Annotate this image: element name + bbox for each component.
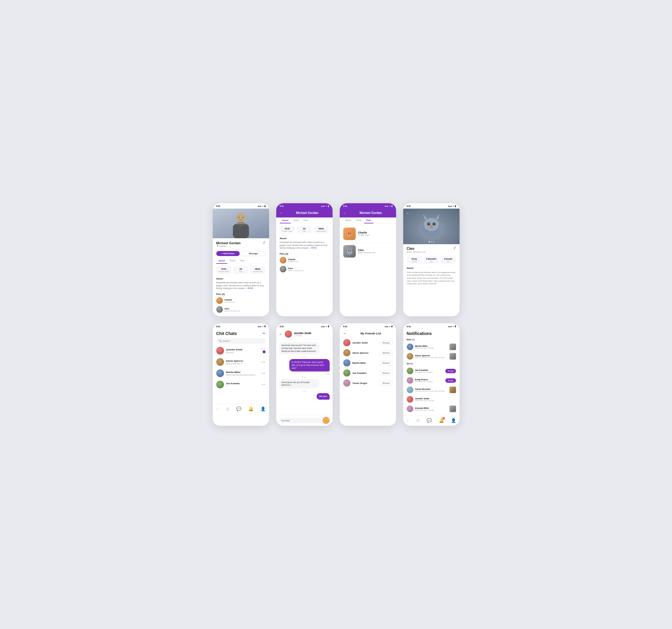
svg-marker-21 [423,214,427,220]
edit-icon[interactable]: ✏ [263,332,266,336]
friend-avatar-jan [343,369,351,377]
friend-avatar-alison [343,349,351,356]
chat-contact-time: 1 min Ago [294,335,312,336]
status-bar-5: 9:41 ●●●≈▮ [213,323,269,329]
svg-point-17 [348,250,349,251]
status-bar-4: 9:41 ●●●≈▮ [403,203,460,209]
tab2-pets[interactable]: Pets [301,217,310,223]
svg-point-2 [244,215,246,218]
tab2-about[interactable]: About [280,217,291,223]
back-arrow-7[interactable]: ← [343,331,347,335]
friend-jan: Jan Kowalksi Remove [340,368,396,378]
pet-name-cleo: Cleo [407,246,456,251]
status-bar-8: 9:41 ●●●≈▮ [403,323,460,329]
pets-title-1: Pets (3) [213,292,269,296]
back-arrow-4[interactable]: ← [406,211,410,215]
nav8-chat[interactable]: 💬 [427,418,432,423]
tab3-pets[interactable]: Pets [364,217,374,223]
notifications-title: Notifications [403,329,460,337]
nav-grid[interactable]: ⊞ [226,407,229,411]
svg-point-18 [350,250,351,251]
remove-alison[interactable]: Remove [380,351,392,355]
nav-bell[interactable]: 🔔 [248,407,254,411]
avatar-alison [216,358,224,366]
pet-hero-image: ← [403,209,460,244]
back-arrow-6[interactable]: ← [279,332,283,336]
nav-person[interactable]: 👤 [261,407,266,411]
profile-name: Michael Gordan [216,241,266,245]
pet-item-cleo-2[interactable]: Cleo British Shorthar Cat [276,265,333,273]
nav-home[interactable]: ⌂ [216,407,218,411]
friend-name-martha: Martha Miller [353,362,378,364]
nav8-bell[interactable]: 🔔 2 [439,418,444,423]
back-arrow-3[interactable]: ← [343,211,347,215]
chat-item-martha[interactable]: Martha Miller Seems like they are good f… [213,368,269,379]
svg-marker-22 [435,214,440,220]
more-link-2[interactable]: MORE [311,247,317,249]
stat-postal: 3131 Postal Code [216,266,232,274]
about-text-1: Passionate pet enthusiast with a heart a… [213,281,269,292]
tab-about[interactable]: About [216,258,227,264]
unread-badge [263,350,266,353]
pet-item-charlie-2[interactable]: Charlie Scottish Fold [276,256,333,265]
send-button[interactable]: 😊 [322,417,330,424]
remove-jan[interactable]: Remove [380,371,392,375]
remove-jennifer[interactable]: Remove [380,341,392,345]
accept-emily-button[interactable]: Accept [445,378,456,383]
nav8-person[interactable]: 👤 [451,418,456,423]
friend-name-jan: Jan Kowalksi [353,372,378,374]
accept-jan-button[interactable]: Accept [445,369,456,373]
search-input[interactable] [223,340,263,342]
chat-item-jennifer[interactable]: Jennifer Smith See you! 10:25 [213,345,269,356]
tab3-about[interactable]: About [343,217,354,223]
pet-card-charlie[interactable]: Charlie Scottish Fold › [340,225,396,243]
pet-card-cleo[interactable]: Cleo British Shorthair Cat › [340,243,396,260]
message-input[interactable] [279,418,321,423]
search-icon: 🔍 [219,340,222,342]
svg-marker-15 [347,247,348,249]
avatar-jennifer [216,347,224,355]
chat-item-jan[interactable]: Jan Kowiski J 10:35 [213,379,269,390]
remove-martha[interactable]: Remove [380,361,392,365]
notif-thumb-2 [450,353,456,360]
back-arrow-2[interactable]: ← [280,211,283,215]
notif-all-label: All (4) [403,361,460,366]
pet-item-charlie[interactable]: Charlie Scottish Fold [213,296,269,305]
svg-point-3 [238,217,239,218]
screen-2-profile-header: 9:41 ●●●≈▮ ← Michael Gordan About Posts … [276,203,333,316]
search-bar[interactable]: 🔍 [216,338,266,344]
add-friend-button[interactable]: + Add Friend [216,251,240,256]
tab3-posts[interactable]: Posts [354,217,364,223]
screen-4-pet-detail: 9:41 ●●●≈▮ [403,203,460,316]
remove-tomas[interactable]: Remove [380,381,392,385]
nav8-grid[interactable]: ⊞ [416,418,420,423]
profile-photo-1 [213,209,269,238]
profile-tabs-3: About Posts Pets [340,217,396,223]
pet-item-cleo[interactable]: Cleo British Shorthar Cat [213,305,269,314]
pet-avatar-cleo [216,306,223,313]
screen-3-pets-tab: 9:41 ●●●≈▮ ← Michael Gordan About Posts … [340,203,396,316]
nav8-home[interactable]: ⌂ [406,418,409,423]
avatar-martha [216,369,224,377]
stat-age: 32 Age [233,266,248,274]
status-bar-7: 9:41 ●●●≈▮ [340,323,396,329]
purple-header-2: ← Michael Gordan [276,209,333,217]
svg-point-25 [428,223,430,224]
friend-avatar-tomas [343,380,351,387]
tab2-posts[interactable]: Posts [291,217,301,223]
chat-item-alison[interactable]: Alison Spencer What a cute one :3 10:35 [213,356,269,368]
friend-name-alison: Alison Spencer [353,352,378,354]
more-link[interactable]: MORE [247,287,254,289]
tab-pets[interactable]: Pets [238,258,247,264]
tab-posts[interactable]: Posts [227,258,238,264]
bottom-nav-5: ⌂ ⊞ 💬 🔔 👤 [213,404,269,414]
stats-row-1: 3131 Postal Code 32 Age Male Sex/Gender [213,264,269,276]
svg-point-20 [424,218,439,231]
time-divider-3: 3 min [279,390,330,392]
friend-jennifer: Jennifer Smith Remove [340,338,396,348]
svg-marker-16 [351,247,352,249]
nav-chat[interactable]: 💬 [236,407,241,411]
message-button[interactable]: Message [241,251,266,256]
friend-avatar-jennifer [343,339,351,346]
notif-avatar-alison [407,353,413,360]
